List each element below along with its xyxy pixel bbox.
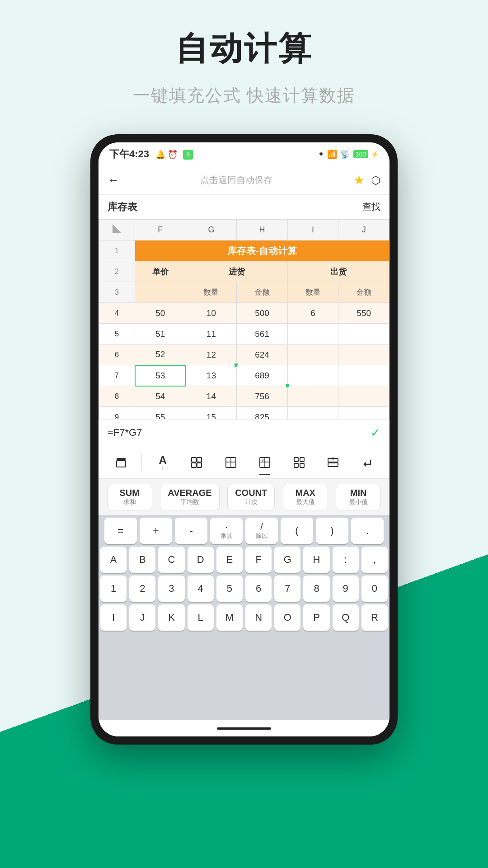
cell-g6[interactable]: 12 [186, 344, 237, 365]
cell-j6[interactable] [338, 344, 389, 365]
cell-j4[interactable]: 550 [338, 303, 389, 324]
key-6[interactable]: 6 [245, 576, 272, 602]
cell-g2[interactable]: 进货 [186, 261, 287, 282]
cell-i9[interactable] [287, 407, 338, 420]
cell-f7-selected[interactable]: 53 [135, 365, 186, 386]
formula-button[interactable]: % [248, 449, 282, 476]
cell-button[interactable] [214, 449, 248, 476]
cell-h4[interactable]: 500 [237, 303, 288, 324]
cell-h8[interactable]: 756 [237, 386, 288, 407]
key-divide[interactable]: / 除以 [245, 518, 278, 544]
key-i[interactable]: I [100, 604, 127, 631]
cell-g9[interactable]: 15 [186, 407, 237, 420]
key-1[interactable]: 1 [100, 576, 127, 602]
key-equals[interactable]: = [104, 518, 137, 544]
sheet-title-cell[interactable]: 库存表-自动计算 [135, 241, 389, 261]
text-format-button[interactable]: A ↕ [145, 449, 179, 476]
cell-h3[interactable]: 金额 [237, 282, 288, 303]
key-2[interactable]: 2 [129, 576, 155, 602]
key-open-paren[interactable]: ( [281, 518, 313, 544]
cell-i5[interactable] [287, 324, 338, 344]
key-4[interactable]: 4 [188, 576, 214, 602]
sum-button[interactable]: SUM 求和 [107, 484, 152, 510]
key-minus[interactable]: - [175, 518, 207, 544]
cell-g4[interactable]: 10 [186, 303, 237, 324]
count-button[interactable]: COUNT 计次 [227, 484, 275, 510]
star-button[interactable]: ★ [353, 173, 365, 188]
key-a[interactable]: A [100, 547, 127, 573]
bluetooth-icon: ✦ [318, 149, 324, 159]
cell-f6[interactable]: 52 [135, 344, 186, 365]
key-q[interactable]: Q [333, 604, 359, 631]
key-3[interactable]: 3 [158, 576, 184, 602]
cell-g5[interactable]: 11 [186, 324, 237, 344]
key-close-paren[interactable]: ) [316, 518, 348, 544]
format-button[interactable] [104, 449, 138, 476]
min-label: MIN [350, 488, 367, 498]
key-b[interactable]: B [129, 547, 155, 573]
grid-button[interactable] [180, 449, 214, 476]
key-m[interactable]: M [216, 604, 243, 631]
cell-h7[interactable]: 689 [237, 365, 288, 386]
svg-rect-3 [192, 458, 196, 462]
cell-i4[interactable]: 6 [287, 303, 338, 324]
row-num-3: 3 [99, 282, 135, 303]
formula-text[interactable]: =F7*G7 [108, 427, 142, 439]
cell-j7[interactable] [338, 365, 389, 386]
back-button[interactable]: ← [108, 173, 119, 187]
key-j[interactable]: J [129, 604, 155, 631]
cell-f5[interactable]: 51 [135, 324, 186, 344]
cell-f2[interactable]: 单价 [135, 261, 186, 282]
cell-g8[interactable]: 14 [186, 386, 237, 407]
key-d[interactable]: D [188, 547, 214, 573]
cell-j3[interactable]: 金额 [338, 282, 389, 303]
key-h[interactable]: H [303, 547, 329, 573]
key-plus[interactable]: + [140, 518, 172, 544]
key-7[interactable]: 7 [274, 576, 300, 602]
key-k[interactable]: K [158, 604, 184, 631]
cell-g7[interactable]: 13 [186, 365, 237, 386]
key-e[interactable]: E [216, 547, 243, 573]
cell-f8[interactable]: 54 [135, 386, 186, 407]
cell-j9[interactable] [338, 407, 389, 420]
key-comma[interactable]: , [361, 547, 388, 573]
min-button[interactable]: MIN 最小值 [336, 484, 381, 510]
key-r[interactable]: R [361, 604, 388, 631]
key-8[interactable]: 8 [303, 576, 329, 602]
enter-button[interactable] [350, 449, 384, 476]
cell-i7[interactable] [287, 365, 338, 386]
cell-f3[interactable] [135, 282, 186, 303]
key-o[interactable]: O [274, 604, 300, 631]
key-f[interactable]: F [245, 547, 272, 573]
cell-j5[interactable] [338, 324, 389, 344]
key-9[interactable]: 9 [333, 576, 359, 602]
search-button[interactable]: 查找 [362, 201, 380, 213]
cell-i8[interactable] [287, 386, 338, 407]
key-5[interactable]: 5 [216, 576, 243, 602]
cell-f9[interactable]: 55 [135, 407, 186, 420]
key-colon[interactable]: : [333, 547, 359, 573]
cell-j8[interactable] [338, 386, 389, 407]
key-dot[interactable]: . [351, 518, 384, 544]
cell-f4[interactable]: 50 [135, 303, 186, 324]
key-0[interactable]: 0 [361, 576, 388, 602]
export-button[interactable]: ⬡ [371, 174, 380, 187]
key-p[interactable]: P [303, 604, 329, 631]
cell-h9[interactable]: 825 [237, 407, 288, 420]
key-l[interactable]: L [188, 604, 214, 631]
max-button[interactable]: MAX 最大值 [283, 484, 328, 510]
cell-i3[interactable]: 数量 [287, 282, 338, 303]
cell-i6[interactable] [287, 344, 338, 365]
formula-confirm-button[interactable]: ✓ [371, 426, 380, 440]
cell-i2[interactable]: 出货 [287, 261, 389, 282]
insert-row-button[interactable] [316, 449, 350, 476]
key-multiply[interactable]: · 乘以 [210, 518, 243, 544]
cell-h6[interactable]: 624 [237, 344, 288, 365]
key-g[interactable]: G [274, 547, 300, 573]
key-c[interactable]: C [158, 547, 184, 573]
average-button[interactable]: AVERAGE 平均数 [160, 484, 219, 510]
cell-h5[interactable]: 561 [237, 324, 288, 344]
merge-button[interactable] [282, 449, 316, 476]
cell-g3[interactable]: 数量 [186, 282, 237, 303]
key-n[interactable]: N [245, 604, 272, 631]
